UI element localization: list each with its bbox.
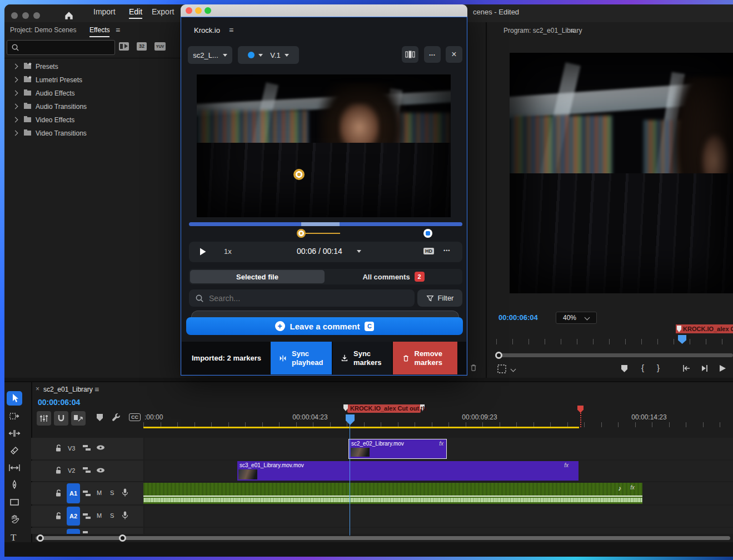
sequence-end-marker[interactable] <box>577 406 584 413</box>
effects-panel-menu-icon[interactable]: ≡ <box>116 26 120 34</box>
lock-icon[interactable] <box>54 489 63 498</box>
remove-markers-button[interactable]: Remove markers <box>393 342 457 374</box>
track-target-a1[interactable]: A1 <box>67 483 80 503</box>
tree-item-video-transitions[interactable]: Video Transitions <box>4 127 185 140</box>
fx-badge[interactable]: fx <box>564 462 569 468</box>
trash-icon[interactable] <box>469 363 478 372</box>
krock-zoom-button[interactable] <box>205 7 211 14</box>
krock-file-select[interactable]: sc2_L... <box>188 46 232 64</box>
sequence-tab-close-icon[interactable]: × <box>36 385 39 393</box>
solo-button[interactable]: S <box>110 512 114 519</box>
chevron-right-icon[interactable] <box>13 64 18 69</box>
selection-tool[interactable] <box>7 391 22 406</box>
timeline-scrollbar[interactable] <box>36 536 730 540</box>
clip-sc2-e02[interactable]: sc2_e02_Library.mov fx <box>348 439 447 459</box>
solo-button[interactable]: S <box>110 489 114 496</box>
lock-icon[interactable] <box>54 512 63 521</box>
krock-titlebar[interactable] <box>181 4 467 17</box>
eye-icon[interactable] <box>96 444 106 451</box>
krock-compare-button[interactable] <box>402 46 418 63</box>
timeline-marker-label[interactable]: KROCK.IO_alex Cut out th <box>347 404 421 413</box>
play-icon[interactable] <box>199 247 207 256</box>
program-video-preview[interactable] <box>510 53 733 293</box>
chevron-right-icon[interactable] <box>13 77 18 83</box>
clip-audio-a1[interactable]: ♪ fx <box>143 483 642 504</box>
wrench-icon[interactable] <box>111 412 121 422</box>
lock-icon[interactable] <box>54 466 63 475</box>
home-icon[interactable] <box>63 10 74 21</box>
traffic-minimize-button[interactable] <box>22 12 29 19</box>
krock-version-select[interactable]: V.1 <box>238 46 299 64</box>
traffic-close-button[interactable] <box>11 12 18 19</box>
quality-badge[interactable]: HD <box>423 248 434 254</box>
krock-video-preview[interactable] <box>197 74 451 217</box>
add-marker-icon[interactable] <box>621 365 627 372</box>
timeline-playhead-line[interactable] <box>350 424 350 536</box>
scrollbar-handle-right[interactable] <box>119 534 126 542</box>
playback-speed[interactable]: 1x <box>224 247 232 256</box>
tab-selected-file[interactable]: Selected file <box>190 270 325 283</box>
type-tool[interactable]: T <box>11 532 16 543</box>
tab-effects[interactable]: Effects <box>89 26 109 37</box>
chevron-right-icon[interactable] <box>13 131 18 136</box>
track-target-a2[interactable]: A2 <box>67 507 80 526</box>
effects-search-field[interactable] <box>22 41 113 54</box>
tree-item-video-effects[interactable]: Video Effects <box>4 113 185 127</box>
snap-button[interactable] <box>54 411 68 426</box>
eye-icon[interactable] <box>96 467 106 474</box>
krock-more-button[interactable]: ••• <box>424 46 441 63</box>
mic-icon[interactable] <box>121 511 129 521</box>
track-select-forward-tool[interactable] <box>9 411 20 421</box>
go-to-in-icon[interactable] <box>681 364 691 373</box>
fx-badge[interactable]: fx <box>439 441 443 447</box>
version-marker-handle[interactable] <box>423 229 432 238</box>
video-progress-bar[interactable] <box>189 222 462 226</box>
hand-tool[interactable] <box>9 514 19 524</box>
track-a2[interactable] <box>144 506 733 527</box>
mark-out-icon[interactable]: } <box>657 363 660 372</box>
thirtytwo-bit-icon[interactable]: 32 <box>137 42 147 51</box>
work-area-bar[interactable] <box>143 427 579 428</box>
sequence-tab[interactable]: sc2_e01_Library <box>43 386 93 393</box>
menu-import[interactable]: Import <box>93 7 116 16</box>
krock-close-panel-button[interactable]: × <box>446 46 462 63</box>
chevron-right-icon[interactable] <box>13 104 18 109</box>
rectangle-tool[interactable] <box>9 498 19 507</box>
filter-button[interactable]: Filter <box>417 289 462 307</box>
fx-badge[interactable]: fx <box>630 484 635 491</box>
track-target-a3[interactable] <box>67 529 80 534</box>
tree-item-presets[interactable]: Presets <box>4 60 185 73</box>
sync-markers-button[interactable]: Sync markers <box>333 342 392 374</box>
lock-icon[interactable] <box>54 444 63 453</box>
player-more-icon[interactable]: ••• <box>443 248 450 253</box>
accelerated-effects-icon[interactable] <box>119 42 129 51</box>
comments-search-field[interactable] <box>208 291 410 306</box>
mute-button[interactable]: M <box>97 512 102 519</box>
timeline-panel-menu-icon[interactable]: ≡ <box>94 385 99 394</box>
comment-marker-handle[interactable] <box>297 229 306 238</box>
program-timecode[interactable]: 00:00:06:04 <box>498 313 538 322</box>
comment-marker-dot[interactable] <box>293 169 305 180</box>
program-marker-label[interactable]: KROCK.IO_alex Cu <box>676 324 733 333</box>
scrollbar-handle[interactable] <box>495 352 502 359</box>
timeline-add-marker-icon[interactable] <box>97 414 103 421</box>
mic-icon[interactable] <box>121 488 129 498</box>
program-ruler[interactable] <box>496 339 733 344</box>
tree-item-lumetri-presets[interactable]: Lumetri Presets <box>4 73 185 87</box>
mute-button[interactable]: M <box>97 489 102 496</box>
krock-panel-menu-icon[interactable]: ≡ <box>229 26 233 34</box>
tab-all-comments[interactable]: All comments 2 <box>326 269 461 284</box>
krock-close-button[interactable] <box>186 7 192 14</box>
track-name[interactable]: V3 <box>68 445 75 452</box>
timeline-settings-button[interactable] <box>37 411 51 426</box>
source-patch-icon[interactable] <box>82 512 91 520</box>
krock-minimize-button[interactable] <box>195 7 202 14</box>
yuv-icon[interactable]: YUV <box>154 42 166 51</box>
tree-item-audio-transitions[interactable]: Audio Transitions <box>4 100 185 113</box>
razor-tool[interactable] <box>9 446 19 456</box>
chevron-right-icon[interactable] <box>13 117 18 123</box>
step-back-icon[interactable] <box>700 364 710 373</box>
track-name[interactable]: V2 <box>68 467 75 474</box>
mark-in-icon[interactable]: { <box>641 363 644 372</box>
chevron-right-icon[interactable] <box>13 91 18 96</box>
